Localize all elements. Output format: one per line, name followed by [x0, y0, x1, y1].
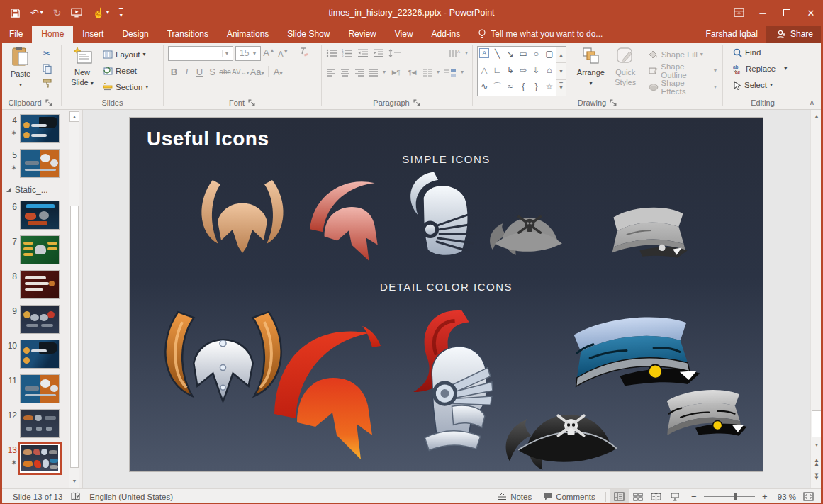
- slide-thumbnail-12[interactable]: 12: [0, 409, 68, 438]
- section-button[interactable]: Section▾: [101, 79, 150, 95]
- ribbon-display-options-button[interactable]: [727, 0, 751, 26]
- slide-sorter-view-button[interactable]: [629, 489, 647, 504]
- spartan-helmet-detail-icon[interactable]: [270, 318, 385, 465]
- justify-icon[interactable]: [369, 69, 379, 77]
- zoom-slider-thumb[interactable]: [734, 493, 737, 500]
- maximize-button[interactable]: [775, 0, 799, 26]
- slide-number-indicator[interactable]: Slide 13 of 13: [7, 489, 68, 504]
- font-size-combo[interactable]: 15▾: [235, 46, 261, 61]
- blue-military-cap-detail-icon[interactable]: [547, 310, 718, 390]
- shape-fill-button[interactable]: Shape Fill▾: [647, 47, 718, 62]
- layout-button[interactable]: Layout▾: [101, 47, 150, 62]
- detail-icons-heading[interactable]: DETAIL COLOR ICONS: [130, 281, 763, 293]
- spell-check-icon[interactable]: [68, 489, 84, 504]
- knight-helmet-detail-icon[interactable]: [392, 308, 508, 465]
- numbering-icon[interactable]: 123: [342, 49, 353, 57]
- language-indicator[interactable]: English (United States): [84, 489, 179, 504]
- shapes-gallery[interactable]: A ╲ ↘ ▭ ○ ▢ △ ∟ ↳ ⇨ ⇩ ⌂ ∿ ⌒ ≈: [477, 46, 556, 96]
- font-name-combo[interactable]: ▾: [168, 46, 233, 61]
- align-left-icon[interactable]: [326, 69, 336, 77]
- shapes-gallery-scroll[interactable]: ▲ ▼ ▼▔: [556, 46, 566, 96]
- tab-insert[interactable]: Insert: [73, 26, 113, 43]
- slide-thumbnail-6[interactable]: 6: [0, 201, 68, 230]
- copy-button[interactable]: [40, 61, 54, 76]
- start-slideshow-icon[interactable]: [71, 8, 82, 18]
- user-name[interactable]: Farshad Iqbal: [698, 26, 766, 43]
- close-button[interactable]: ✕: [799, 0, 823, 26]
- tab-slideshow[interactable]: Slide Show: [278, 26, 339, 43]
- rtl-direction-button[interactable]: ¶◀: [406, 69, 418, 76]
- zoom-in-button[interactable]: +: [761, 491, 769, 502]
- align-right-icon[interactable]: [354, 69, 364, 77]
- grow-font-button[interactable]: A▲: [263, 47, 275, 58]
- columns-icon[interactable]: [422, 69, 432, 77]
- format-painter-button[interactable]: [40, 76, 54, 91]
- shape-effects-button[interactable]: Shape Effects▾: [647, 79, 718, 95]
- clipboard-dialog-launcher[interactable]: [45, 99, 53, 107]
- slide-thumbnail-8[interactable]: 8: [0, 270, 68, 299]
- align-center-icon[interactable]: [340, 69, 350, 77]
- bullets-icon[interactable]: [326, 49, 337, 57]
- viking-helmet-simple-icon[interactable]: [185, 179, 300, 262]
- slide-thumbnail-7[interactable]: 7: [0, 235, 68, 264]
- underline-button[interactable]: U: [194, 67, 206, 77]
- drawing-dialog-launcher[interactable]: [610, 99, 617, 107]
- pirate-hat-detail-icon[interactable]: [493, 388, 633, 472]
- new-slide-button[interactable]: New Slide ▾: [66, 45, 99, 96]
- slide-thumbnail-9[interactable]: 9: [0, 305, 68, 334]
- share-button[interactable]: Share: [766, 26, 823, 43]
- slide-thumbnail-11[interactable]: 11: [0, 374, 68, 403]
- redo-button[interactable]: ↻: [53, 7, 62, 18]
- replace-button[interactable]: abac Replace▾: [732, 61, 798, 77]
- minimize-button[interactable]: ─: [751, 0, 775, 26]
- slideshow-view-button[interactable]: [666, 489, 684, 504]
- customize-qat-button[interactable]: ━▾: [119, 7, 123, 18]
- fit-slide-to-window-button[interactable]: [799, 489, 817, 504]
- military-cap-simple-icon[interactable]: [598, 203, 697, 262]
- slide-thumbnail-10[interactable]: 10: [0, 340, 68, 369]
- touch-mode-button[interactable]: ☝▾: [92, 7, 108, 18]
- quick-styles-button[interactable]: Quick Styles: [610, 45, 642, 96]
- comments-button[interactable]: Comments: [537, 489, 601, 504]
- slide-13[interactable]: Useful Icons SIMPLE ICONS: [129, 117, 763, 472]
- font-dialog-launcher[interactable]: [248, 99, 256, 107]
- paragraph-dialog-launcher[interactable]: [413, 99, 421, 107]
- ltr-direction-button[interactable]: ▶¶: [390, 69, 402, 76]
- tab-design[interactable]: Design: [113, 26, 157, 43]
- slide-thumbnail-13[interactable]: 13✶: [0, 444, 68, 473]
- line-spacing-icon[interactable]: [388, 49, 401, 57]
- tell-me-box[interactable]: Tell me what you want to do...: [469, 26, 611, 43]
- reset-button[interactable]: Reset: [101, 63, 150, 79]
- smartart-convert-icon[interactable]: [444, 68, 457, 77]
- knight-helmet-simple-icon[interactable]: [391, 169, 479, 266]
- slide-title[interactable]: Useful Icons: [147, 128, 269, 150]
- shrink-font-button[interactable]: A▼: [277, 49, 289, 58]
- text-direction-icon[interactable]: A: [448, 49, 461, 58]
- zoom-out-button[interactable]: −: [690, 491, 698, 502]
- character-spacing-button[interactable]: AV↔▾: [232, 68, 250, 76]
- tab-file[interactable]: File: [0, 26, 32, 43]
- spartan-helmet-simple-icon[interactable]: [307, 174, 383, 262]
- normal-view-button[interactable]: [610, 489, 629, 504]
- font-color-button[interactable]: A▾: [272, 67, 284, 77]
- section-header-static[interactable]: Static_...: [6, 185, 68, 195]
- undo-button[interactable]: ↶▾: [30, 7, 43, 18]
- collapse-ribbon-button[interactable]: ∧: [810, 99, 814, 106]
- paste-button[interactable]: Paste▾: [4, 45, 37, 96]
- strikethrough-button[interactable]: S: [206, 67, 218, 77]
- cut-button[interactable]: ✂: [40, 46, 54, 61]
- gray-military-cap-detail-icon[interactable]: [649, 386, 760, 452]
- reading-view-button[interactable]: [647, 489, 666, 504]
- slide-thumbnail-4[interactable]: 4✶: [0, 114, 68, 143]
- zoom-slider[interactable]: [704, 496, 755, 497]
- tab-addins[interactable]: Add-ins: [422, 26, 470, 43]
- arrange-button[interactable]: Arrange▾: [575, 45, 607, 96]
- tab-review[interactable]: Review: [339, 26, 385, 43]
- zoom-level[interactable]: 93 %: [775, 489, 799, 504]
- notes-button[interactable]: Notes: [492, 489, 537, 504]
- clear-formatting-button[interactable]: [297, 47, 309, 59]
- save-icon[interactable]: [10, 8, 21, 18]
- shape-outline-button[interactable]: Shape Outline▾: [647, 63, 718, 79]
- pirate-hat-simple-icon[interactable]: [484, 199, 566, 256]
- change-case-button[interactable]: Aa▾: [250, 67, 264, 77]
